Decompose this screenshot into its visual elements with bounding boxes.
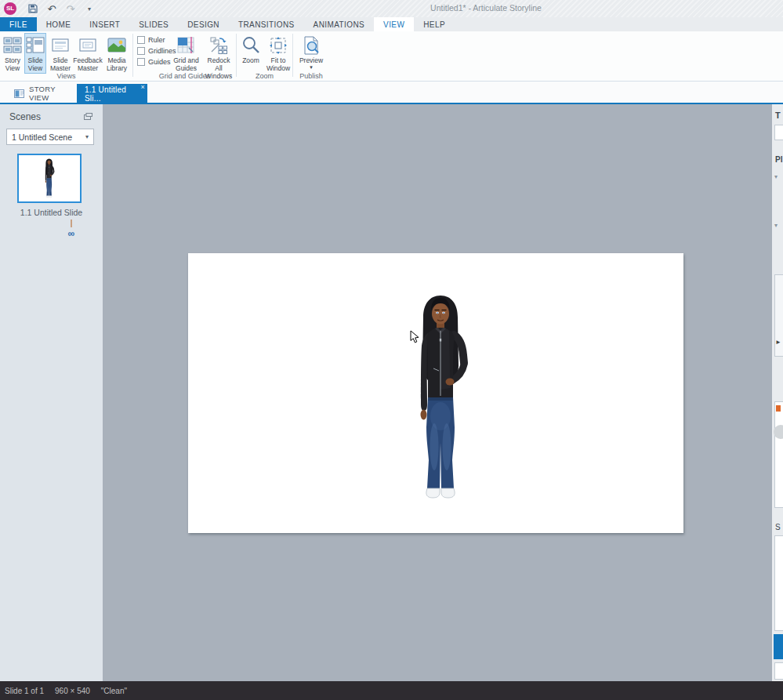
right-panel-avatar-circle [774,425,783,439]
ribbon-group-views: Story View Slide View [0,31,132,81]
guides-checkbox-label: Guides [148,58,171,66]
story-view-tab-label: STORY VIEW [29,85,69,102]
media-library-button[interactable]: Media Library [103,33,131,74]
window-title: Untitled1* - Articulate Storyline [392,3,580,13]
tab-slides[interactable]: SLIDES [129,17,178,31]
scenes-panel: Scenes 1 Untitled Scene ▾ 1.1 Untitled S… [0,104,103,681]
slide-master-icon [49,34,71,56]
undo-button[interactable]: ↶ [45,2,58,15]
feedback-master-button[interactable]: Feedback Master [74,33,102,74]
slide-view-icon [24,34,46,56]
tab-transitions[interactable]: TRANSITIONS [229,17,304,31]
right-panel-blue-button-fragment[interactable] [774,634,783,659]
guides-checkbox[interactable]: Guides [137,57,171,67]
guides-checkbox-box[interactable] [137,58,145,66]
ruler-checkbox[interactable]: Ruler [137,35,165,45]
slide-canvas[interactable] [188,253,683,533]
ribbon-group-publish: Preview ▾ Publish [293,31,329,81]
scene-selector-dropdown[interactable]: 1 Untitled Scene ▾ [6,129,94,145]
zoom-group-label: Zoom [237,72,292,80]
tab-home[interactable]: HOME [37,17,81,31]
tab-slide-document[interactable]: 1.1 Untitled Sli... × [77,84,147,104]
ribbon-group-zoom: Zoom Fit to Window Zoom [237,31,292,81]
gridlines-checkbox-box[interactable] [137,47,145,55]
slide-view-button[interactable]: Slide View [24,33,46,74]
media-library-icon [106,34,128,56]
play-icon[interactable]: ► [775,339,781,346]
chevron-down-icon[interactable]: ▾ [774,173,778,180]
zoom-label: Zoom [242,57,259,65]
status-theme-name: "Clean" [101,687,127,695]
slide-master-label: Slide Master [49,57,72,73]
grid-and-guides-button[interactable]: Grid and Guides [170,33,202,74]
preview-button[interactable]: Preview ▾ [295,33,327,71]
ribbon-group-grid-and-guides: Ruler Gridlines Guides [133,31,236,81]
right-panel-input-fragment[interactable] [774,125,783,140]
story-view-label: Story View [2,57,23,73]
tab-design[interactable]: DESIGN [178,17,229,31]
slide-master-button[interactable]: Slide Master [48,33,73,74]
qat-customize-button[interactable]: ▾ [83,2,96,15]
slide-thumbnail-character [42,158,56,199]
redo-button[interactable]: ↷ [64,2,77,15]
fit-to-window-button[interactable]: Fit to Window [265,33,292,74]
articulate-storyline-window: SL ↶ ↷ ▾ Untitled1* - Articulate Storyli… [0,0,783,700]
right-panel-box-fragment [774,401,783,508]
feedback-master-label: Feedback Master [73,57,102,73]
scene-selector-value: 1 Untitled Scene [12,132,72,142]
close-tab-icon[interactable]: × [141,84,145,91]
status-slide-count: Slide 1 of 1 [5,687,44,695]
fit-to-window-label: Fit to Window [266,57,291,73]
quick-access-toolbar: ↶ ↷ ▾ [27,1,96,16]
tab-story-view-document[interactable]: STORY VIEW [6,84,77,103]
tab-insert[interactable]: INSERT [80,17,129,31]
right-panel-orange-glyph [776,405,781,412]
right-panel-title-fragment: T [775,111,781,120]
ruler-checkbox-box[interactable] [137,36,145,44]
ruler-checkbox-label: Ruler [148,36,165,44]
media-library-label: Media Library [103,57,130,73]
ribbon-tab-bar: FILE HOME INSERT SLIDES DESIGN TRANSITIO… [0,17,783,31]
ribbon: Story View Slide View [0,31,783,82]
right-panel-box-fragment [774,662,783,680]
character-illustration[interactable] [405,294,476,506]
tab-file[interactable]: FILE [0,17,37,31]
feedback-master-icon [77,34,99,56]
right-panel-box-fragment [774,535,783,631]
right-panel-pl-fragment: Pl [775,155,782,164]
document-tab-bar: STORY VIEW 1.1 Untitled Sli... × [0,82,783,104]
chevron-down-icon[interactable]: ▾ [774,222,778,229]
scenes-panel-title: Scenes [9,111,41,122]
story-view-tab-icon [14,89,24,98]
tab-view[interactable]: VIEW [374,17,414,31]
undock-panel-icon[interactable] [84,113,92,120]
zoom-icon [240,34,262,56]
publish-group-label: Publish [293,72,329,80]
save-button[interactable] [27,2,39,15]
grid-and-guides-group-label: Grid and Guides [133,72,236,80]
story-view-icon [2,34,24,56]
app-logo[interactable]: SL [4,2,16,15]
zoom-button[interactable]: Zoom [238,33,263,66]
status-slide-dimensions: 960 × 540 [55,687,90,695]
slide-thumbnail-label: 1.1 Untitled Slide [0,208,103,217]
preview-icon [300,34,322,56]
tab-help[interactable]: HELP [414,17,455,31]
grid-and-guides-icon [176,34,198,56]
slide-thumbnail[interactable] [17,154,82,203]
redock-all-windows-icon [208,34,230,56]
grid-and-guides-label: Grid and Guides [171,57,201,73]
status-bar: Slide 1 of 1 960 × 540 "Clean" [0,681,783,700]
chevron-down-icon: ▾ [85,133,89,140]
preview-dropdown-icon[interactable]: ▾ [310,64,313,71]
tab-animations[interactable]: ANIMATIONS [304,17,374,31]
story-view-button[interactable]: Story View [2,33,24,74]
slide-tab-label: 1.1 Untitled Sli... [85,85,140,103]
right-panel-s-fragment: S [775,523,781,531]
right-panel-clipped: T Pl ▾ ▾ ► S [772,104,783,681]
fit-to-window-icon [267,34,289,56]
workspace: Scenes 1 Untitled Scene ▾ 1.1 Untitled S… [0,104,783,681]
slide-editor-canvas[interactable] [103,104,772,681]
save-icon [28,4,38,13]
slide-view-label: Slide View [25,57,45,73]
